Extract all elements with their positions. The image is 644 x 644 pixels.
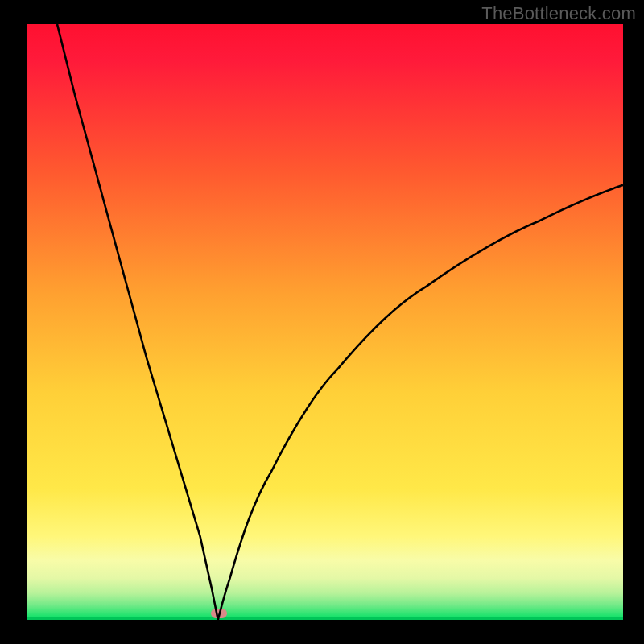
right-branch-path — [218, 185, 623, 620]
left-branch-path — [57, 24, 218, 620]
watermark-text: TheBottleneck.com — [481, 3, 636, 24]
plot-area — [27, 24, 623, 620]
bottleneck-curve — [27, 24, 623, 620]
chart-container: TheBottleneck.com — [0, 0, 644, 644]
